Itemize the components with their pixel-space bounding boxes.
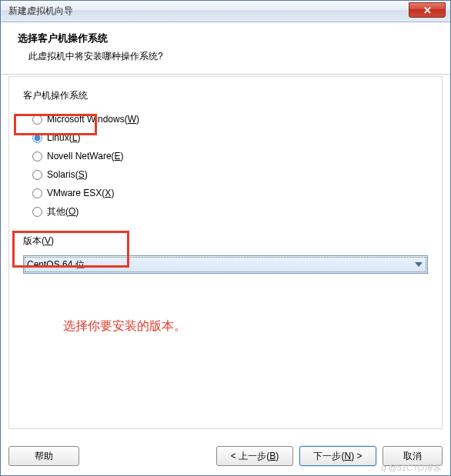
radio-netware-label: Novell NetWare(E): [47, 151, 124, 161]
radio-linux-input[interactable]: [32, 133, 42, 143]
radio-linux[interactable]: Linux(L): [32, 128, 428, 147]
radio-vmware-esx-input[interactable]: [32, 188, 42, 198]
radio-vmware-esx-label: VMware ESX(X): [47, 188, 114, 198]
wizard-header: 选择客户机操作系统 此虚拟机中将安装哪种操作系统?: [1, 22, 450, 75]
radio-other-label: 其他(O): [47, 205, 79, 218]
radio-windows-label: Microsoft Windows(W): [47, 114, 139, 125]
content-panel: 客户机操作系统 Microsoft Windows(W) Linux(L) No…: [8, 76, 443, 429]
header-subtitle: 此虚拟机中将安装哪种操作系统?: [18, 50, 433, 63]
titlebar: 新建虚拟机向导 ✕: [1, 1, 450, 22]
version-select-wrap: CentOS 64 位: [23, 255, 428, 274]
radio-windows[interactable]: Microsoft Windows(W): [32, 110, 428, 128]
help-button[interactable]: 帮助: [8, 446, 79, 466]
header-title: 选择客户机操作系统: [18, 32, 433, 45]
radio-other[interactable]: 其他(O): [32, 202, 428, 221]
close-icon: ✕: [423, 5, 432, 16]
close-button[interactable]: ✕: [409, 2, 446, 18]
version-select[interactable]: CentOS 64 位: [23, 255, 428, 274]
annotation-text: 选择你要安装的版本。: [23, 318, 428, 335]
back-button[interactable]: < 上一步(B): [216, 446, 293, 466]
wizard-window: 新建虚拟机向导 ✕ 选择客户机操作系统 此虚拟机中将安装哪种操作系统? 客户机操…: [0, 0, 451, 476]
version-section: 版本(V) CentOS 64 位: [23, 235, 428, 274]
watermark: q @51CTO博客: [381, 462, 441, 474]
version-label: 版本(V): [23, 235, 428, 248]
radio-solaris-input[interactable]: [32, 170, 42, 180]
os-radio-group: Microsoft Windows(W) Linux(L) Novell Net…: [23, 110, 428, 221]
radio-solaris[interactable]: Solaris(S): [32, 165, 428, 184]
footer: 帮助 < 上一步(B) 下一步(N) > 取消: [8, 446, 443, 466]
radio-netware-input[interactable]: [32, 151, 42, 161]
radio-windows-input[interactable]: [32, 115, 42, 125]
radio-other-input[interactable]: [32, 207, 42, 217]
radio-vmware-esx[interactable]: VMware ESX(X): [32, 184, 428, 202]
radio-netware[interactable]: Novell NetWare(E): [32, 147, 428, 165]
next-button[interactable]: 下一步(N) >: [299, 446, 376, 466]
radio-solaris-label: Solaris(S): [47, 169, 88, 180]
radio-linux-label: Linux(L): [47, 132, 80, 143]
window-title: 新建虚拟机向导: [8, 5, 73, 18]
os-group-label: 客户机操作系统: [23, 89, 428, 102]
